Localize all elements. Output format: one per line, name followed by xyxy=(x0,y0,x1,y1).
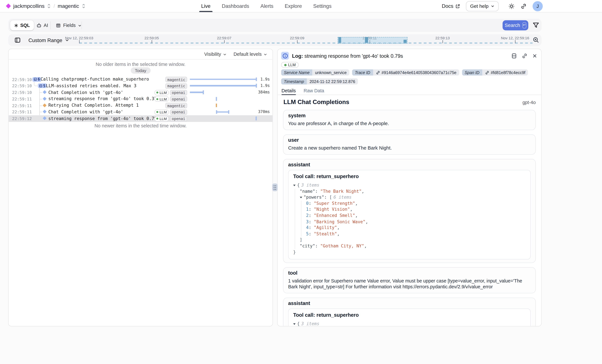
service-name-badge: Service Name unknown_service xyxy=(281,69,349,75)
search-input[interactable] xyxy=(86,20,497,31)
get-help-button[interactable]: Get help xyxy=(466,1,499,11)
org-selector[interactable]: jackmpcollins xyxy=(13,3,44,9)
log-message: streaming response from 'gpt-4o' took 0.… xyxy=(48,96,159,102)
tab-dashboards[interactable]: Dashboards xyxy=(222,0,249,12)
json-line: "name": "The Bark Night", xyxy=(300,188,526,194)
project-selector[interactable]: magentic xyxy=(58,3,79,9)
timeline-selection[interactable] xyxy=(338,37,408,44)
trace-id-badge[interactable]: Trace ID #9146a6974e4e6140538043607a71c7… xyxy=(352,69,459,75)
metadata-badges: Service Name unknown_service Trace ID #9… xyxy=(281,69,537,84)
close-icon[interactable] xyxy=(532,53,537,58)
timeline-tick-label: 22:59:09 xyxy=(290,36,304,40)
ai-mode-button[interactable]: AI xyxy=(33,20,51,30)
ai-label: AI xyxy=(44,23,48,28)
log-row[interactable]: 22:59:11 Chat Completion with 'gpt-4o' L… xyxy=(9,109,273,115)
tool-call-card: Tool call: return_superhero {3 items "na… xyxy=(288,170,531,260)
today-pill[interactable]: Today xyxy=(130,67,151,73)
sql-mode-button[interactable]: SQL xyxy=(10,20,34,30)
log-message: Chat Completion with 'gpt-4o' xyxy=(48,90,123,95)
zoom-in-icon[interactable] xyxy=(533,37,539,43)
enter-key-icon: ↵ xyxy=(523,22,526,28)
log-row[interactable]: 22:59:10 5 LLM-assisted retries enabled.… xyxy=(9,83,273,89)
llm-span-diamond-icon xyxy=(43,97,47,101)
get-help-label: Get help xyxy=(470,3,489,9)
collapse-caret-icon[interactable] xyxy=(293,185,295,186)
collapse-panel-icon[interactable] xyxy=(14,37,21,43)
log-row[interactable]: 22:59:11 Retrying Chat Completion. Attem… xyxy=(9,102,273,109)
llm-span-diamond-icon xyxy=(43,90,47,94)
tab-raw-data[interactable]: Raw Data xyxy=(304,86,324,94)
json-line[interactable]: "powers": [6 items xyxy=(300,194,526,200)
json-line[interactable]: {3 items xyxy=(293,321,526,326)
log-detail-panel: Log: streaming response from 'gpt-4o' to… xyxy=(277,49,541,326)
visibility-dropdown[interactable]: Visibility xyxy=(204,51,226,57)
green-dot-icon xyxy=(284,64,287,66)
tick-mark xyxy=(152,40,152,43)
log-timestamp: 22:59:10 xyxy=(12,90,32,95)
json-tree: {3 items "name": "THE BARK NIGHT", "powe… xyxy=(293,321,526,326)
tag-openai: openai xyxy=(170,96,187,102)
gantt-track xyxy=(190,102,273,109)
org-selector-chevrons-icon[interactable] xyxy=(47,3,51,9)
collapse-caret-icon[interactable] xyxy=(293,323,295,325)
levels-dropdown[interactable]: Default levels xyxy=(234,51,267,57)
gantt-tick xyxy=(216,104,217,107)
split-view-icon[interactable] xyxy=(511,53,517,59)
log-message: streaming response from 'gpt-4o' took 0.… xyxy=(48,116,159,121)
span-collapse-badge[interactable]: 5 xyxy=(38,83,47,88)
log-timestamp: 22:59:12 xyxy=(12,116,32,121)
duration-label: 1.9s xyxy=(260,77,270,81)
chevron-down-icon xyxy=(491,4,494,8)
workspace-breadcrumb: jackmpcollins / magentic xyxy=(6,0,85,12)
message-card-user: user Create a new superhero named The Ba… xyxy=(283,134,536,155)
time-range-label: Custom Range xyxy=(28,37,62,43)
log-row[interactable]: 22:59:11 streaming response from 'gpt-4o… xyxy=(9,95,273,102)
chevron-down-icon xyxy=(78,24,81,27)
copy-link-icon[interactable] xyxy=(522,53,527,59)
user-avatar[interactable]: J xyxy=(533,1,543,11)
time-range-selector[interactable]: Custom Range xyxy=(28,34,69,46)
navbar: jackmpcollins / magentic Live Dashboards… xyxy=(0,0,602,12)
log-row-selected[interactable]: 22:59:12 streaming response from 'gpt-4o… xyxy=(9,115,273,122)
histogram-bar xyxy=(338,37,341,43)
tab-alerts[interactable]: Alerts xyxy=(260,0,273,12)
log-list-panel: Visibility Default levels No older items… xyxy=(8,49,273,326)
message-role: user xyxy=(288,137,531,143)
json-line: 3: "Barking Sonic Wave", xyxy=(306,219,526,225)
docs-link[interactable]: Docs xyxy=(442,3,460,9)
json-line[interactable]: {3 items xyxy=(293,182,526,188)
collapse-caret-icon[interactable] xyxy=(300,197,302,198)
fields-button[interactable]: Fields xyxy=(53,20,85,30)
tag-llm: LLM xyxy=(154,96,169,102)
log-row[interactable]: 22:59:10 6 Calling chatprompt-function m… xyxy=(9,76,273,83)
span-id-badge[interactable]: Span ID #fd81e8f78c4ecc9f xyxy=(462,69,528,75)
project-selector-chevrons-icon[interactable] xyxy=(82,3,85,9)
log-row[interactable]: 22:59:10 Chat Completion with 'gpt-4o' L… xyxy=(9,89,273,95)
log-timestamp: 22:59:11 xyxy=(12,103,32,108)
timeline-tick-label: 22:59:07 xyxy=(217,36,231,40)
tab-settings[interactable]: Settings xyxy=(313,0,332,12)
json-line: 4: "Agility", xyxy=(306,225,526,231)
sql-label: SQL xyxy=(20,23,30,28)
fields-label: Fields xyxy=(63,23,75,28)
filter-funnel-icon[interactable] xyxy=(533,22,539,29)
message-content: Create a new superhero named The Bark Ni… xyxy=(288,145,531,151)
meta-label: Span ID xyxy=(462,69,482,75)
theme-toggle-sun-icon[interactable] xyxy=(508,3,515,9)
log-list-header: Visibility Default levels xyxy=(9,49,273,60)
span-collapse-badge[interactable]: 6 xyxy=(32,77,41,82)
panel-resize-handle[interactable] xyxy=(272,184,278,191)
robot-icon xyxy=(36,23,42,28)
search-button[interactable]: Search ↵ xyxy=(503,20,528,30)
tab-details[interactable]: Details xyxy=(281,86,296,94)
search-label: Search xyxy=(505,23,520,28)
tick-mark xyxy=(224,40,225,43)
share-link-icon[interactable] xyxy=(521,3,527,9)
json-line: 0: "Super Strength", xyxy=(306,201,526,207)
tag-llm: LLM xyxy=(154,116,169,121)
table-grid-icon xyxy=(56,23,61,28)
navbar-actions: Docs Get help J xyxy=(442,0,543,12)
tab-live[interactable]: Live xyxy=(201,0,211,12)
tab-explore[interactable]: Explore xyxy=(285,0,302,12)
detail-header-icons xyxy=(511,53,537,59)
